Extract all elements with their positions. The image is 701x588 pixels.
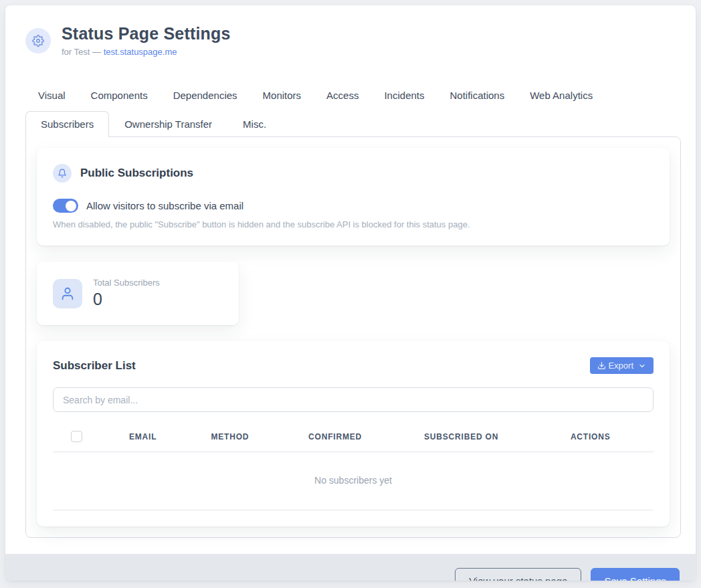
- settings-main: Status Page Settings for Test — test.sta…: [5, 5, 696, 554]
- public-subscriptions-card: Public Subscriptions Allow visitors to s…: [37, 148, 670, 246]
- tab-access[interactable]: Access: [314, 82, 371, 108]
- page-header: Status Page Settings for Test — test.sta…: [20, 24, 681, 57]
- subtitle-prefix: for Test —: [62, 47, 104, 57]
- gear-icon: [25, 28, 51, 54]
- empty-state-row: No subscribers yet: [53, 452, 654, 510]
- tab-subscribers[interactable]: Subscribers: [25, 111, 109, 137]
- status-page-link[interactable]: test.statuspage.me: [104, 47, 177, 57]
- subscribe-toggle[interactable]: [53, 199, 78, 213]
- empty-state-text: No subscribers yet: [53, 452, 654, 510]
- subscriber-list-title: Subscriber List: [53, 359, 136, 373]
- col-email: EMAIL: [101, 423, 185, 452]
- tabs-row-1: Visual Components Dependencies Monitors …: [20, 82, 681, 108]
- settings-window: Status Page Settings for Test — test.sta…: [5, 5, 696, 581]
- tab-monitors[interactable]: Monitors: [250, 82, 314, 108]
- tab-misc[interactable]: Misc.: [227, 111, 282, 137]
- tab-components[interactable]: Components: [78, 82, 161, 108]
- tab-incidents[interactable]: Incidents: [371, 82, 437, 108]
- total-subscribers-card: Total Subscribers 0: [37, 262, 239, 325]
- tab-notifications[interactable]: Notifications: [437, 82, 518, 108]
- page-title: Status Page Settings: [62, 24, 231, 43]
- subscribe-toggle-row: Allow visitors to subscribe via email: [53, 199, 654, 213]
- public-subscriptions-title: Public Subscriptions: [80, 167, 193, 180]
- subscribers-panel: Public Subscriptions Allow visitors to s…: [25, 136, 681, 538]
- total-subscribers-value: 0: [93, 290, 160, 309]
- subscriber-list-header: Subscriber List Export: [53, 357, 654, 374]
- footer-bar: View your status page Save Settings: [5, 554, 696, 581]
- tab-ownership-transfer[interactable]: Ownership Transfer: [109, 111, 227, 137]
- col-subscribed-on: SUBSCRIBED ON: [395, 423, 528, 452]
- col-method: METHOD: [185, 423, 276, 452]
- total-subscribers-text: Total Subscribers 0: [93, 278, 160, 309]
- tab-dependencies[interactable]: Dependencies: [161, 82, 250, 108]
- select-all-checkbox[interactable]: [71, 431, 82, 442]
- col-actions: ACTIONS: [527, 423, 654, 452]
- total-subscribers-label: Total Subscribers: [93, 278, 160, 288]
- subscribe-helper-text: When disabled, the public "Subscribe" bu…: [53, 219, 654, 229]
- subscribe-toggle-label: Allow visitors to subscribe via email: [86, 200, 243, 211]
- export-button[interactable]: Export: [590, 357, 654, 374]
- toggle-knob: [66, 201, 76, 211]
- subscriber-table: EMAIL METHOD CONFIRMED SUBSCRIBED ON ACT…: [53, 423, 654, 510]
- tab-web-analytics[interactable]: Web Analytics: [517, 82, 605, 108]
- save-settings-button[interactable]: Save Settings: [591, 568, 680, 581]
- header-text: Status Page Settings for Test — test.sta…: [62, 24, 231, 57]
- person-icon: [53, 279, 82, 308]
- export-button-label: Export: [608, 361, 633, 371]
- tab-visual[interactable]: Visual: [25, 82, 78, 108]
- chevron-down-icon: [638, 362, 646, 370]
- col-confirmed: CONFIRMED: [275, 423, 395, 452]
- page-subtitle: for Test — test.statuspage.me: [62, 47, 231, 57]
- download-icon: [597, 361, 606, 370]
- subscriber-table-header-row: EMAIL METHOD CONFIRMED SUBSCRIBED ON ACT…: [53, 423, 654, 452]
- tabs-row-2: Subscribers Ownership Transfer Misc.: [20, 111, 681, 137]
- bell-icon: [53, 164, 72, 183]
- subscriber-list-card: Subscriber List Export: [37, 341, 670, 526]
- view-status-page-button[interactable]: View your status page: [455, 568, 581, 581]
- search-input[interactable]: [53, 387, 654, 412]
- public-subscriptions-header: Public Subscriptions: [53, 164, 654, 183]
- select-all-cell: [53, 423, 101, 452]
